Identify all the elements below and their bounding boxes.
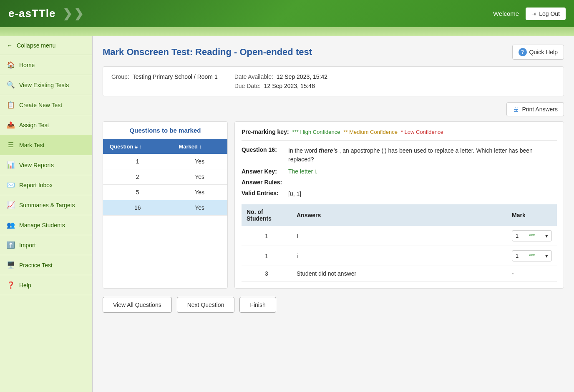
answer-cell: Student did not answer — [292, 266, 507, 281]
due-date-label: Due Date: — [234, 83, 261, 89]
table-row[interactable]: 16 Yes — [103, 200, 227, 216]
sidebar-item-summaries-targets[interactable]: 📈 Summaries & Targets — [0, 195, 92, 215]
home-icon: 🏠 — [7, 61, 15, 69]
next-question-button[interactable]: Next Question — [177, 297, 235, 313]
mark-dropdown[interactable]: 1 *** ▾ — [512, 250, 552, 261]
sidebar-item-import[interactable]: ⬆️ Import — [0, 235, 92, 255]
answer-cell: i — [292, 246, 507, 266]
group-info: Group: Testing Primary School / Room 1 — [111, 73, 218, 89]
quick-help-label: Quick Help — [529, 49, 558, 55]
logout-button[interactable]: ⇥ Log Out — [526, 8, 566, 20]
question-text: In the word there's , an apostrophe (') … — [288, 146, 557, 164]
due-date-row: Due Date: 12 Sep 2023, 15:48 — [234, 83, 327, 89]
marked-cell: Yes — [172, 169, 227, 185]
marking-panel: Pre-marking key: *** High Confidence ** … — [234, 121, 564, 289]
sidebar-item-create-new-test[interactable]: 📋 Create New Test — [0, 95, 92, 115]
sidebar-item-practice-label: Practice Test — [19, 262, 53, 269]
logout-icon: ⇥ — [531, 10, 536, 17]
info-box: Group: Testing Primary School / Room 1 D… — [103, 66, 564, 96]
question-number-label: Question 16: — [242, 146, 283, 164]
questions-panel-title: Questions to be marked — [103, 122, 227, 139]
question-number-cell: 16 — [103, 200, 172, 216]
sidebar-item-home[interactable]: 🏠 Home — [0, 55, 92, 75]
table-row: 3 Student did not answer - — [242, 266, 557, 281]
import-icon: ⬆️ — [7, 241, 15, 249]
mark-cell: - — [507, 266, 557, 281]
collapse-menu-item[interactable]: ← Collapse menu — [0, 36, 92, 55]
header-right: Welcome ⇥ Log Out — [493, 8, 566, 20]
valid-entries-row: Valid Entries: [0, 1] — [242, 190, 557, 199]
question-number-cell: 5 — [103, 185, 172, 200]
sidebar-item-summaries-label: Summaries & Targets — [19, 202, 75, 209]
questions-table: Question # ↑ Marked ↑ 1 Yes 2 Yes 5 Yes … — [103, 139, 227, 216]
questions-table-header: Question # ↑ Marked ↑ — [103, 139, 227, 154]
sidebar-item-inbox-label: Report Inbox — [19, 182, 53, 188]
chevron-icon-1: ❯ — [63, 7, 72, 20]
sidebar-item-help[interactable]: ❓ Help — [0, 275, 92, 295]
group-value: Testing Primary School / Room 1 — [133, 73, 218, 80]
practice-icon: 🖥️ — [7, 261, 15, 269]
content-area: Mark Onscreen Test: Reading - Open-ended… — [93, 36, 574, 392]
inbox-icon: ✉️ — [7, 181, 15, 189]
top-header: e-asTTle ❯ ❯ Welcome ⇥ Log Out — [0, 0, 574, 27]
table-row: 1 i 1 *** ▾ — [242, 246, 557, 266]
sidebar-item-create-test-label: Create New Test — [19, 102, 62, 108]
answers-table-header: No. of Students Answers Mark — [242, 204, 557, 226]
answer-rules-label: Answer Rules: — [242, 179, 283, 186]
dropdown-chevron-icon: ▾ — [545, 253, 548, 259]
valid-entries-value: [0, 1] — [288, 190, 301, 199]
marked-cell: Yes — [172, 200, 227, 216]
sidebar-item-mark-test[interactable]: ☰ Mark Test — [0, 135, 92, 155]
print-answers-button[interactable]: 🖨 Print Answers — [506, 102, 564, 116]
date-available-row: Date Available: 12 Sep 2023, 15:42 — [234, 73, 327, 80]
mark-stars: *** — [529, 233, 535, 239]
page-title: Mark Onscreen Test: Reading - Open-ended… — [103, 47, 312, 58]
collapse-icon: ← — [7, 42, 13, 49]
logout-label: Log Out — [539, 10, 560, 17]
view-all-questions-button[interactable]: View All Questions — [103, 297, 172, 313]
low-confidence-label: * Low Confidence — [401, 129, 443, 135]
high-confidence-label: *** High Confidence — [292, 129, 340, 135]
col-question-header: Question # ↑ — [103, 139, 172, 154]
answer-key-row: Answer Key: The letter i. — [242, 168, 557, 175]
help-icon: ❓ — [7, 281, 15, 289]
marked-cell: Yes — [172, 154, 227, 169]
assign-icon: 📤 — [7, 121, 15, 129]
mark-dropdown[interactable]: 1 *** ▾ — [512, 230, 552, 241]
table-row[interactable]: 1 Yes — [103, 154, 227, 169]
sidebar-item-home-label: Home — [19, 62, 35, 68]
sub-header — [0, 27, 574, 36]
sidebar-item-mark-label: Mark Test — [19, 142, 44, 148]
answer-key-value: The letter i. — [288, 168, 317, 175]
marked-cell: Yes — [172, 185, 227, 200]
table-row[interactable]: 2 Yes — [103, 169, 227, 185]
sidebar-item-view-existing-tests[interactable]: 🔍 View Existing Tests — [0, 75, 92, 95]
answers-table: No. of Students Answers Mark 1 I 1 *** ▾ — [242, 204, 557, 281]
students-cell: 1 — [242, 226, 292, 246]
sidebar-item-assign-label: Assign Test — [19, 122, 49, 128]
sidebar-item-assign-test[interactable]: 📤 Assign Test — [0, 115, 92, 135]
printer-icon: 🖨 — [513, 106, 519, 113]
sidebar-item-help-label: Help — [19, 282, 31, 289]
question-number-cell: 1 — [103, 154, 172, 169]
sidebar-item-report-inbox[interactable]: ✉️ Report Inbox — [0, 175, 92, 195]
sidebar-item-practice-test[interactable]: 🖥️ Practice Test — [0, 255, 92, 275]
premarking-key-label: Pre-marking key: — [242, 128, 289, 135]
col-answers-header: Answers — [292, 204, 507, 226]
quick-help-button[interactable]: ? Quick Help — [512, 45, 564, 60]
col-marked-header: Marked ↑ — [172, 139, 227, 154]
question-detail-row: Question 16: In the word there's , an ap… — [242, 146, 557, 164]
date-available-label: Date Available: — [234, 73, 273, 80]
col-students-header: No. of Students — [242, 204, 292, 226]
sidebar-item-view-reports[interactable]: 📊 View Reports — [0, 155, 92, 175]
sidebar-item-manage-students[interactable]: 👥 Manage Students — [0, 215, 92, 235]
print-row: 🖨 Print Answers — [103, 102, 564, 116]
logo: e-asTTle — [8, 7, 56, 20]
table-row[interactable]: 5 Yes — [103, 185, 227, 200]
finish-button[interactable]: Finish — [239, 297, 276, 313]
students-cell: 1 — [242, 246, 292, 266]
answer-cell: I — [292, 226, 507, 246]
col-mark-header: Mark — [507, 204, 557, 226]
collapse-menu-label: Collapse menu — [17, 42, 55, 49]
two-col-layout: Questions to be marked Question # ↑ Mark… — [103, 121, 564, 289]
